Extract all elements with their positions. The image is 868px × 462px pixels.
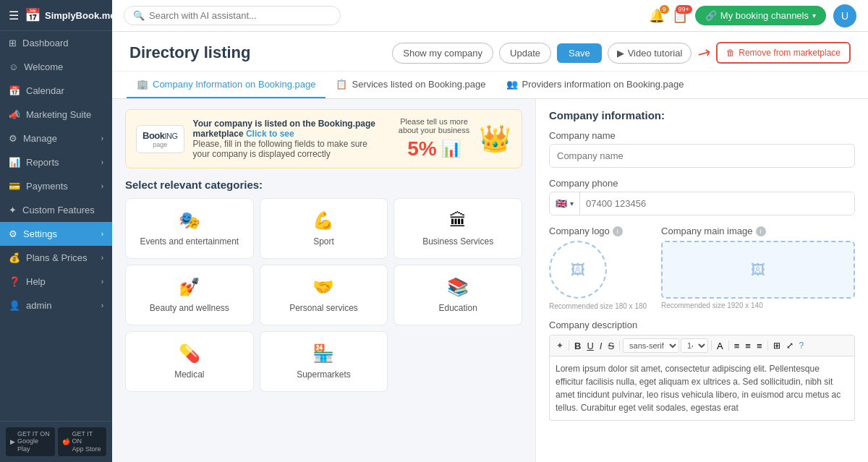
sidebar-item-reports[interactable]: 📊 Reports › <box>0 150 112 174</box>
category-card-medical[interactable]: 💊 Medical <box>125 331 254 392</box>
page-header: Directory listing Show my company Update… <box>112 32 868 72</box>
tab-providers[interactable]: 👥 Providers information on Booking.page <box>496 72 694 98</box>
sidebar-label: Welcome <box>24 61 63 72</box>
toolbar-magic-btn[interactable]: ✦ <box>554 339 566 352</box>
chevron-right-icon: › <box>101 278 103 286</box>
app-store-label: GET IT ONApp Store <box>72 430 103 453</box>
sidebar-item-calendar[interactable]: 📅 Calendar <box>0 79 112 103</box>
sidebar-label: admin <box>26 300 51 311</box>
settings-icon: ⚙ <box>9 228 17 239</box>
click-to-see-link[interactable]: Click to see <box>246 129 294 139</box>
logo-row: Company logo i 🖼 Recommended size 180 x … <box>549 226 855 311</box>
sidebar-item-dashboard[interactable]: ⊞ Dashboard <box>0 31 112 55</box>
sidebar-label: Custom Features <box>22 205 95 215</box>
sidebar-item-welcome[interactable]: ☺ Welcome <box>0 55 112 79</box>
toolbar-help-btn[interactable]: ? <box>797 339 807 352</box>
sidebar-item-help[interactable]: ❓ Help › <box>0 270 112 294</box>
toolbar-ul-btn[interactable]: ≡ <box>732 339 742 353</box>
toolbar-table-btn[interactable]: ⊞ <box>771 339 783 352</box>
toolbar-italic-btn[interactable]: I <box>597 339 605 353</box>
show-company-button[interactable]: Show my company <box>392 43 493 64</box>
video-label: Video tutorial <box>628 48 683 59</box>
tab-company-info[interactable]: 🏢 Company Information on Booking.page <box>127 72 326 98</box>
remove-marketplace-button[interactable]: 🗑 Remove from marketplace <box>716 42 851 64</box>
sidebar-item-admin[interactable]: 👤 admin › <box>0 294 112 317</box>
progress-chart-icon: 📊 <box>441 140 461 158</box>
toolbar-expand-btn[interactable]: ⤢ <box>784 339 796 352</box>
editor-content[interactable]: Lorem ipsum dolor sit amet, consectetur … <box>549 356 855 421</box>
toolbar-sep <box>711 341 712 351</box>
video-icon: ▶ <box>617 48 624 59</box>
toolbar-sep <box>619 341 620 351</box>
booking-channels-button[interactable]: 🔗 My booking channels ▾ <box>695 6 826 25</box>
toolbar-color-btn[interactable]: A <box>715 339 726 353</box>
toolbar-align-btn[interactable]: ≡ <box>754 339 765 353</box>
category-label: Medical <box>174 369 204 380</box>
link-icon: 🔗 <box>705 10 717 21</box>
content-area: BookING page Your company is listed on t… <box>112 99 868 462</box>
notifications-button[interactable]: 🔔 9 <box>649 8 665 24</box>
category-card-education[interactable]: 📚 Education <box>393 265 522 325</box>
remove-label: Remove from marketplace <box>739 48 841 58</box>
toolbar-ol-btn[interactable]: ≡ <box>743 339 753 353</box>
category-card-personal[interactable]: 🤝 Personal services <box>260 265 388 325</box>
sidebar: ☰ 📅 SimplyBook.me ⊞ Dashboard ☺ Welcome … <box>0 0 112 462</box>
banner-text: Your company is listed on the Booking.pa… <box>193 119 383 159</box>
company-name-input[interactable] <box>549 144 855 168</box>
category-card-beauty[interactable]: 💅 Beauty and wellness <box>125 265 254 325</box>
sidebar-label: Manage <box>23 133 57 144</box>
sidebar-item-payments[interactable]: 💳 Payments › <box>0 174 112 198</box>
category-card-supermarkets[interactable]: 🏪 Supermarkets <box>260 331 388 392</box>
tab-label: Services listed on Booking.page <box>352 79 485 90</box>
search-input[interactable] <box>149 10 331 21</box>
toolbar-underline-btn[interactable]: U <box>584 339 595 353</box>
main-image-info-icon[interactable]: i <box>756 226 766 236</box>
toolbar-bold-btn[interactable]: B <box>572 339 583 353</box>
company-form-title: Company information: <box>549 109 855 121</box>
sidebar-item-manage[interactable]: ⚙ Manage › <box>0 127 112 150</box>
chevron-right-icon: › <box>101 230 103 238</box>
font-family-select[interactable]: sans-serif <box>623 338 679 353</box>
app-store-badge[interactable]: 🍎 GET IT ONApp Store <box>58 427 107 456</box>
search-bar[interactable]: 🔍 <box>124 6 341 25</box>
category-label: Education <box>438 303 477 313</box>
user-avatar[interactable]: U <box>833 4 856 27</box>
update-button[interactable]: Update <box>499 43 551 64</box>
tasks-button[interactable]: 📋 99+ <box>672 8 688 24</box>
category-card-sport[interactable]: 💪 Sport <box>260 198 388 259</box>
font-size-select[interactable]: 14 <box>681 338 708 353</box>
hamburger-menu[interactable]: ☰ <box>7 9 20 22</box>
sidebar-item-custom[interactable]: ✦ Custom Features <box>0 198 112 222</box>
logo-upload-circle[interactable]: 🖼 <box>549 241 607 299</box>
logo-info-icon[interactable]: i <box>613 226 623 236</box>
google-play-badge[interactable]: ▶ GET IT ONGoogle Play <box>6 427 55 456</box>
company-tab-icon: 🏢 <box>137 79 148 90</box>
brand-name: SimplyBook.me <box>45 10 112 21</box>
toolbar-sep <box>728 341 729 351</box>
sidebar-item-marketing[interactable]: 📣 Marketing Suite <box>0 103 112 127</box>
sidebar-label: Calendar <box>26 85 64 96</box>
category-card-events[interactable]: 🎭 Events and entertainment <box>125 198 254 259</box>
phone-input[interactable] <box>580 192 854 215</box>
personal-icon: 🤝 <box>312 277 334 297</box>
sidebar-item-settings[interactable]: ⚙ Settings › <box>0 222 112 246</box>
admin-icon: 👤 <box>9 300 20 311</box>
chevron-right-icon: › <box>101 182 103 190</box>
toolbar-strike-btn[interactable]: S <box>605 339 616 353</box>
toolbar-sep <box>767 341 768 351</box>
phone-flag-selector[interactable]: 🇬🇧 ▾ <box>550 192 580 215</box>
category-card-business[interactable]: 🏛 Business Services <box>393 198 522 259</box>
tab-label: Providers information on Booking.page <box>522 79 684 90</box>
sidebar-item-plans[interactable]: 💰 Plans & Prices › <box>0 246 112 270</box>
video-tutorial-button[interactable]: ▶ Video tutorial <box>608 43 692 64</box>
category-label: Beauty and wellness <box>150 303 229 313</box>
tab-services[interactable]: 📋 Services listed on Booking.page <box>326 72 495 98</box>
business-icon: 🏛 <box>449 210 467 231</box>
medical-icon: 💊 <box>179 343 200 364</box>
main-image-upload[interactable]: 🖼 <box>661 241 855 299</box>
sidebar-label: Dashboard <box>22 38 69 48</box>
play-icon: ▶ <box>10 438 15 445</box>
company-name-label: Company name <box>549 130 855 141</box>
left-panel: BookING page Your company is listed on t… <box>112 99 535 462</box>
save-button[interactable]: Save <box>557 43 602 63</box>
